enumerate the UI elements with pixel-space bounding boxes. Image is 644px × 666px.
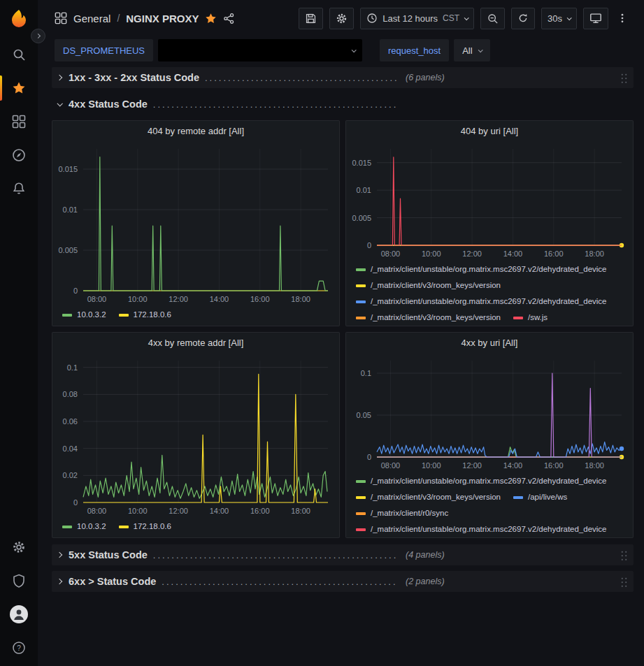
y-tick-label: 0.05 (357, 411, 371, 419)
row-header-left: 4xx Status Code ........................… (69, 99, 403, 110)
grafana-flame-icon (8, 8, 29, 29)
refresh-button[interactable] (511, 8, 535, 29)
save-dashboard-button[interactable] (299, 8, 323, 29)
gear-icon (12, 540, 26, 554)
legend: 10.0.3.2172.18.0.6 (52, 306, 339, 326)
x-tick-label: 08:00 (381, 461, 401, 470)
panel-title[interactable]: 4xx by uri [All] (346, 333, 633, 354)
row-5xx-status-code[interactable]: 5xx Status Code ........................… (52, 544, 634, 565)
datasource-variable-label[interactable]: DS_PROMETHEUS (55, 39, 153, 61)
legend-item[interactable]: /_matrix/client/r0/sync (356, 505, 448, 521)
main-area: General / NGINX PROXY (38, 0, 644, 666)
legend-item[interactable]: /_matrix/client/unstable/org.matrix.msc2… (356, 261, 607, 277)
sidebar-item-search[interactable] (0, 38, 38, 71)
legend-item[interactable]: 10.0.3.2 (62, 519, 106, 535)
clock-icon (366, 13, 378, 24)
legend-swatch-icon (356, 301, 366, 303)
time-series-plot[interactable]: 08:0010:0012:0014:0016:0018:0000.0050.01… (52, 142, 339, 306)
sidebar-item-alerting[interactable] (0, 172, 38, 205)
sidebar-item-explore[interactable] (0, 138, 38, 172)
legend-item[interactable]: /_matrix/client/unstable/org.matrix.msc2… (356, 521, 607, 537)
row-drag-handle[interactable] (620, 73, 628, 83)
chart-svg: 08:0010:0012:0014:0016:0018:0000.0050.01… (52, 142, 339, 306)
y-tick-label: 0 (73, 287, 78, 295)
header-toolbar: Last 12 hours CST 30s (299, 8, 630, 29)
y-tick-label: 0.06 (63, 417, 78, 426)
kebab-menu-icon (617, 13, 628, 24)
y-tick-label: 0.1 (361, 369, 371, 377)
x-tick-label: 14:00 (503, 461, 523, 470)
x-tick-label: 14:00 (210, 295, 229, 303)
legend-label: /_matrix/client/v3/room_keys/version (371, 310, 501, 326)
panel-title[interactable]: 404 by uri [All] (346, 121, 633, 142)
more-options-button[interactable] (615, 8, 630, 29)
request-host-value-dropdown[interactable]: All (454, 39, 489, 61)
breadcrumb-section[interactable]: General (73, 13, 110, 24)
chart-svg: 08:0010:0012:0014:0016:0018:0000.020.040… (52, 354, 339, 518)
dashboard-title[interactable]: NGINX PROXY (126, 13, 199, 24)
legend-label: /_matrix/client/v3/room_keys/version (371, 489, 501, 505)
legend-item[interactable]: 172.18.0.6 (119, 519, 171, 535)
legend-label: /_matrix/client/unstable/org.matrix.msc2… (371, 473, 607, 489)
row-drag-handle[interactable] (620, 550, 628, 560)
sidebar-item-dashboards[interactable] (0, 105, 38, 138)
dashboard-header: General / NGINX PROXY (38, 0, 644, 36)
star-icon (12, 81, 26, 95)
chevron-down-icon (352, 48, 357, 52)
sidebar-nav: ? (0, 0, 38, 666)
legend-item[interactable]: /_matrix/client/v3/room_keys/version (356, 489, 501, 505)
sidebar-item-help[interactable]: ? (0, 631, 38, 665)
dashboard-settings-button[interactable] (329, 8, 354, 29)
legend-item[interactable]: 10.0.3.2 (62, 307, 106, 323)
x-tick-label: 16:00 (250, 295, 270, 303)
legend-item[interactable]: /_matrix/client/v3/room_keys/version (356, 277, 501, 294)
datasource-select[interactable] (158, 39, 362, 61)
refresh-icon (517, 13, 529, 24)
share-icon[interactable] (223, 13, 235, 24)
legend-item[interactable]: /_matrix/client/v3/room_keys/version (356, 310, 501, 326)
y-tick-label: 0.02 (63, 471, 78, 479)
legend-item[interactable]: /sw.js (513, 310, 548, 326)
legend-item[interactable]: 172.18.0.6 (119, 307, 171, 323)
request-host-variable-label[interactable]: request_host (380, 39, 449, 61)
row-drag-handle[interactable] (620, 577, 628, 587)
sidebar-expand-button[interactable] (31, 29, 45, 43)
y-tick-label: 0.01 (357, 186, 371, 194)
x-tick-label: 14:00 (210, 507, 229, 515)
y-tick-label: 0.04 (63, 444, 78, 453)
monitor-icon (589, 12, 602, 24)
legend: /_matrix/client/unstable/org.matrix.msc2… (346, 472, 633, 537)
legend-item[interactable]: /_matrix/client/unstable/org.matrix.msc2… (356, 473, 607, 489)
sidebar-item-profile[interactable] (0, 598, 38, 631)
row-4xx-status-code[interactable]: 4xx Status Code ........................… (52, 94, 634, 115)
series-line (83, 455, 327, 498)
user-silhouette-icon (12, 607, 26, 621)
series-line (377, 442, 622, 457)
x-tick-label: 16:00 (544, 249, 564, 258)
refresh-interval-dropdown[interactable]: 30s (541, 8, 577, 29)
grafana-app: ? General / NGINX PROXY (0, 0, 644, 666)
legend-label: /_matrix/client/r0/sync (371, 505, 448, 521)
row-6xx-status-code[interactable]: 6xx > Status Code ......................… (52, 571, 634, 592)
time-series-plot[interactable]: 08:0010:0012:0014:0016:0018:0000.050.1 (346, 354, 633, 472)
panel-title[interactable]: 404 by remote addr [All] (52, 121, 339, 142)
y-tick-label: 0.1 (67, 363, 78, 372)
legend-swatch-icon (356, 480, 366, 483)
sidebar-item-server-admin[interactable] (0, 564, 38, 598)
sidebar-item-configuration[interactable] (0, 530, 38, 564)
time-series-plot[interactable]: 08:0010:0012:0014:0016:0018:0000.020.040… (52, 354, 339, 518)
favorite-star-icon[interactable] (205, 13, 217, 24)
time-range-picker[interactable]: Last 12 hours CST (360, 8, 474, 29)
sidebar-item-starred[interactable] (0, 71, 38, 105)
cycle-view-mode-button[interactable] (583, 8, 608, 29)
panel-title[interactable]: 4xx by remote addr [All] (52, 333, 339, 354)
panel-404-by-uri: 404 by uri [All] 08:0010:0012:0014:0016:… (345, 120, 634, 326)
legend-item[interactable]: /api/live/ws (513, 489, 567, 505)
row-1xx-3xx-2xx-status-code[interactable]: 1xx - 3xx - 2xx Status Code ............… (52, 67, 634, 88)
dashboards-grid-icon (12, 115, 26, 129)
x-tick-label: 12:00 (169, 507, 188, 515)
time-series-plot[interactable]: 08:0010:0012:0014:0016:0018:0000.0050.01… (346, 142, 633, 261)
legend-item[interactable]: /_matrix/client/unstable/org.matrix.msc2… (356, 294, 607, 310)
zoom-out-button[interactable] (480, 8, 505, 29)
row-title: 1xx - 3xx - 2xx Status Code (69, 72, 199, 83)
